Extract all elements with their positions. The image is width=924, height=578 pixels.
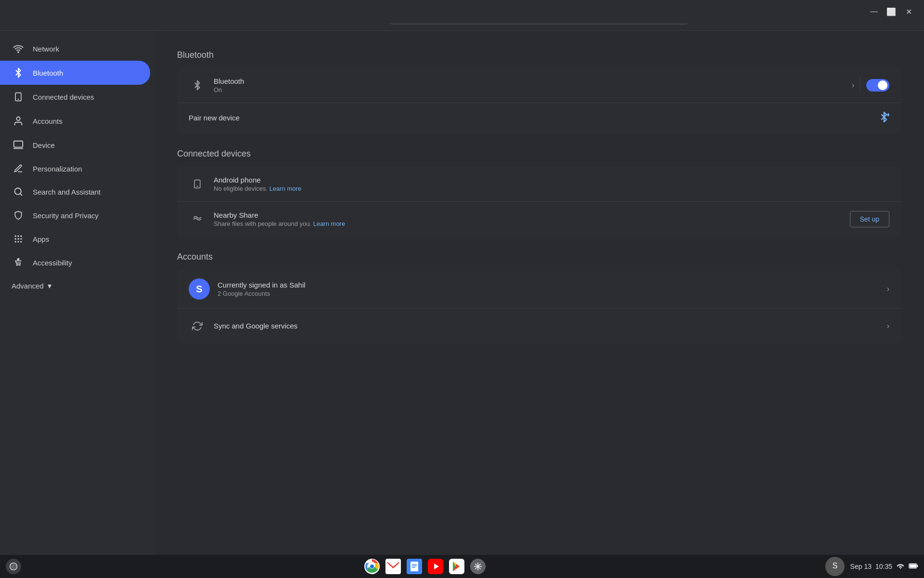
sidebar-item-apps[interactable]: Apps <box>0 227 150 250</box>
bluetooth-chevron-icon: › <box>852 81 854 90</box>
advanced-item[interactable]: Advanced ▾ <box>0 275 154 297</box>
bluetooth-toggle-row[interactable]: Bluetooth On › <box>177 68 901 103</box>
svg-text:S: S <box>832 562 837 570</box>
svg-rect-33 <box>411 562 418 571</box>
pair-new-device-text: Pair new device <box>189 114 879 123</box>
bluetooth-add-icon <box>879 112 889 125</box>
divider <box>860 77 860 94</box>
svg-line-52 <box>475 568 476 569</box>
user-avatar-taskbar[interactable]: S <box>825 557 845 576</box>
sync-google-right: › <box>887 322 889 330</box>
sidebar-item-connected-devices[interactable]: Connected devices <box>0 85 150 109</box>
android-phone-icon <box>189 175 206 193</box>
sidebar-item-bluetooth-label: Bluetooth <box>33 69 63 77</box>
accounts-card: S Currently signed in as Sahil 2 Google … <box>177 270 901 343</box>
sidebar-item-device-label: Device <box>33 141 55 149</box>
launcher-button[interactable] <box>6 559 21 574</box>
android-phone-subtitle: No eligible devices. Learn more <box>214 185 889 192</box>
svg-point-12 <box>20 236 22 237</box>
toggle-thumb <box>878 80 887 90</box>
bluetooth-section-title: Bluetooth <box>177 50 901 60</box>
sync-google-title: Sync and Google services <box>214 322 887 330</box>
sidebar-item-security-privacy[interactable]: Security and Privacy <box>0 203 150 227</box>
app-window: Settings Network Bluetooth <box>0 0 924 555</box>
svg-point-29 <box>370 565 374 568</box>
sidebar-item-device[interactable]: Device <box>0 133 150 157</box>
advanced-label: Advanced <box>12 282 44 290</box>
close-button[interactable]: ✕ <box>901 4 916 19</box>
minimize-button[interactable]: — <box>866 4 882 19</box>
wifi-icon <box>12 43 25 54</box>
taskbar-status: Sep 13 10:35 <box>850 563 918 571</box>
taskbar-app-settings[interactable] <box>469 558 487 575</box>
svg-point-11 <box>17 236 19 237</box>
sync-icon <box>189 317 206 335</box>
android-phone-row[interactable]: Android phone No eligible devices. Learn… <box>177 167 901 202</box>
svg-point-44 <box>476 565 480 568</box>
sidebar-item-bluetooth[interactable]: Bluetooth <box>0 61 150 85</box>
signed-in-row[interactable]: S Currently signed in as Sahil 2 Google … <box>177 270 901 309</box>
sidebar-item-apps-label: Apps <box>33 235 49 243</box>
wifi-status-icon <box>896 563 905 571</box>
setup-button[interactable]: Set up <box>850 211 889 227</box>
laptop-icon <box>12 140 25 150</box>
signed-in-title: Currently signed in as Sahil <box>218 281 887 289</box>
android-phone-learn-more-link[interactable]: Learn more <box>270 185 301 192</box>
svg-rect-56 <box>917 565 918 567</box>
svg-rect-57 <box>910 564 916 567</box>
sync-google-row[interactable]: Sync and Google services › <box>177 309 901 343</box>
svg-point-19 <box>17 259 19 260</box>
connected-devices-section-title: Connected devices <box>177 149 901 159</box>
apps-icon <box>12 234 25 244</box>
taskbar-app-gmail[interactable] <box>385 558 402 575</box>
accounts-section-title: Accounts <box>177 252 901 262</box>
svg-line-51 <box>480 564 480 565</box>
svg-point-10 <box>15 236 16 237</box>
taskbar-app-chrome[interactable] <box>363 558 381 575</box>
sidebar-item-accessibility[interactable]: Accessibility <box>0 250 150 275</box>
sidebar-item-personalization[interactable]: Personalization <box>0 157 150 180</box>
maximize-button[interactable]: ⬜ <box>884 4 899 19</box>
connected-devices-card: Android phone No eligible devices. Learn… <box>177 167 901 236</box>
nearby-share-icon <box>189 210 206 228</box>
edit-icon <box>12 164 25 173</box>
smartphone-icon <box>12 92 25 102</box>
svg-line-9 <box>20 194 22 196</box>
sidebar-item-accounts-label: Accounts <box>33 117 63 125</box>
bluetooth-row-right: › <box>852 77 889 94</box>
taskbar: S Sep 13 10:35 <box>0 555 924 578</box>
taskbar-app-docs[interactable] <box>406 558 423 575</box>
taskbar-app-play[interactable] <box>448 558 465 575</box>
bluetooth-row-title: Bluetooth <box>214 77 852 85</box>
date-label: Sep 13 <box>850 563 872 570</box>
search-nav-icon <box>12 187 25 197</box>
bluetooth-icon <box>12 67 25 78</box>
svg-point-13 <box>15 238 16 239</box>
taskbar-app-youtube[interactable] <box>427 558 444 575</box>
sidebar-item-network[interactable]: Network <box>0 37 150 61</box>
nearby-share-title: Nearby Share <box>214 211 850 219</box>
taskbar-left <box>6 559 25 574</box>
bluetooth-row-subtitle: On <box>214 86 852 93</box>
bluetooth-card: Bluetooth On › <box>177 68 901 133</box>
sidebar-item-accounts[interactable]: Accounts <box>0 109 150 133</box>
toggle-track <box>866 79 889 92</box>
sidebar-item-security-privacy-label: Security and Privacy <box>33 211 99 220</box>
sidebar-item-search-assistant[interactable]: Search and Assistant <box>0 180 150 203</box>
sidebar-item-personalization-label: Personalization <box>33 165 82 173</box>
signed-in-subtitle: 2 Google Accounts <box>218 290 887 297</box>
bluetooth-toggle[interactable] <box>866 79 889 92</box>
svg-point-24 <box>10 563 17 570</box>
svg-rect-6 <box>14 141 23 147</box>
sidebar-item-connected-devices-label: Connected devices <box>33 93 94 101</box>
titlebar: — ⬜ ✕ <box>0 0 924 23</box>
nearby-share-learn-more-link[interactable]: Learn more <box>313 220 345 227</box>
main-content: Bluetooth Bluetooth On › <box>154 31 924 555</box>
shield-icon <box>12 210 25 221</box>
pair-new-device-row[interactable]: Pair new device <box>177 103 901 133</box>
signed-in-right: › <box>887 285 889 293</box>
svg-point-17 <box>17 241 19 242</box>
taskbar-right: S Sep 13 10:35 <box>825 557 918 576</box>
nearby-share-row[interactable]: Nearby Share Share files with people aro… <box>177 202 901 236</box>
advanced-arrow-icon: ▾ <box>48 281 51 290</box>
